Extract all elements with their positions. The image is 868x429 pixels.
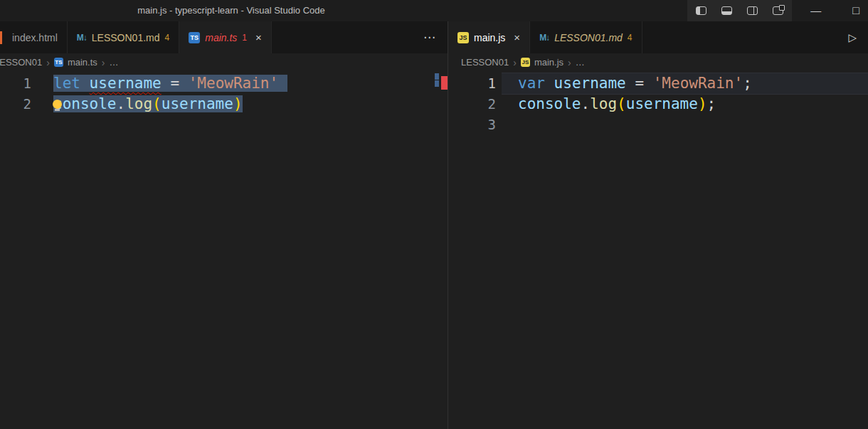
editor-area: index.html M↓ LESSON01.md 4 TS main.ts 1…: [0, 21, 868, 429]
code-token: .: [117, 95, 126, 112]
tab-bar-left: index.html M↓ LESSON01.md 4 TS main.ts 1…: [0, 21, 448, 53]
code-text: [502, 115, 868, 135]
line-number[interactable]: 1: [0, 73, 31, 94]
code-token: ): [233, 95, 243, 112]
customize-layout-icon[interactable]: [773, 6, 783, 15]
breadcrumb-right: LESSON01 › JS main.js › …: [448, 53, 868, 71]
code-token: [278, 75, 287, 92]
code-text: let username = 'MeowRain': [37, 73, 448, 94]
toggle-secondary-sidebar-icon[interactable]: [747, 6, 758, 15]
tab-label: main.js: [474, 32, 505, 43]
code-line[interactable]: 3: [448, 115, 868, 135]
problem-badge: 1: [242, 33, 247, 43]
javascript-icon: JS: [521, 58, 530, 67]
code-token: log: [590, 95, 617, 112]
code-editor-main-ts[interactable]: 1let username = 'MeowRain' 2console.log(…: [0, 71, 448, 429]
editor-group-left: index.html M↓ LESSON01.md 4 TS main.ts 1…: [0, 21, 448, 429]
more-actions-icon[interactable]: ⋯: [411, 30, 448, 45]
toggle-sidebar-icon[interactable]: [696, 6, 706, 15]
code-token: ): [698, 95, 707, 112]
tab-lesson01-md-left[interactable]: M↓ LESSON01.md 4: [68, 21, 179, 53]
breadcrumb-symbol[interactable]: …: [109, 57, 118, 68]
code-token: 'MeowRain': [653, 75, 743, 92]
code-token: var: [518, 75, 545, 92]
code-token: [644, 75, 653, 92]
markdown-icon: M↓: [77, 32, 87, 43]
error-overview-mark: [441, 76, 448, 90]
tab-label: main.ts: [205, 32, 237, 43]
problem-badge: 4: [165, 33, 170, 43]
code-token: console: [53, 95, 117, 112]
code-token: =: [170, 75, 179, 92]
code-token: 'MeowRain': [189, 75, 278, 92]
code-token: log: [125, 95, 152, 112]
window-title: main.js - typescript-learn - Visual Stud…: [137, 0, 325, 21]
code-token: let: [53, 75, 80, 92]
code-token: [162, 75, 171, 92]
code-token: console: [518, 95, 581, 112]
html-icon: [0, 31, 2, 44]
code-token: username: [554, 75, 626, 92]
toggle-panel-icon[interactable]: [721, 6, 732, 15]
typescript-icon: TS: [54, 58, 63, 67]
tab-label: index.html: [12, 32, 58, 43]
code-text: var username = 'MeowRain';: [502, 73, 868, 94]
breadcrumb-left: LESSON01 › TS main.ts › …: [0, 53, 448, 71]
run-file-icon[interactable]: ▷: [837, 31, 868, 44]
chevron-right-icon: ›: [46, 57, 50, 68]
code-text: console.log(username);: [502, 94, 868, 115]
code-line[interactable]: 2console.log(username): [0, 94, 448, 115]
code-token: ;: [707, 95, 716, 112]
close-icon[interactable]: ×: [255, 31, 262, 43]
code-line[interactable]: 1var username = 'MeowRain';: [448, 73, 868, 94]
line-number[interactable]: 2: [448, 94, 496, 115]
code-token: ;: [743, 75, 752, 92]
selection-overview-mark: [435, 73, 439, 80]
code-text: console.log(username): [37, 94, 448, 115]
code-token: [545, 75, 554, 92]
tab-index-html[interactable]: index.html: [0, 21, 68, 53]
code-token: [80, 75, 90, 92]
selection-overview-mark: [435, 80, 439, 87]
problem-badge: 4: [628, 33, 633, 43]
tab-main-ts[interactable]: TS main.ts 1 ×: [179, 21, 272, 53]
javascript-icon: JS: [457, 32, 469, 43]
minimize-button[interactable]: —: [810, 0, 821, 21]
line-number[interactable]: 2: [0, 94, 31, 115]
code-line[interactable]: 1let username = 'MeowRain': [0, 73, 448, 94]
tab-label: LESSON01.md: [554, 32, 623, 43]
code-token: username: [90, 75, 162, 92]
breadcrumb-file[interactable]: main.js: [534, 57, 563, 68]
typescript-icon: TS: [189, 32, 200, 43]
line-number[interactable]: 1: [448, 73, 496, 94]
maximize-button[interactable]: □: [852, 0, 859, 21]
code-token: .: [581, 95, 591, 112]
breadcrumb-symbol[interactable]: …: [576, 57, 585, 68]
breadcrumb-folder[interactable]: LESSON01: [461, 57, 509, 68]
code-line[interactable]: 2console.log(username);: [448, 94, 868, 115]
tab-bar-right: JS main.js × M↓ LESSON01.md 4 ▷: [448, 21, 868, 53]
markdown-icon: M↓: [539, 32, 549, 43]
code-token: =: [635, 75, 644, 92]
lightbulb-icon[interactable]: [53, 100, 62, 109]
layout-controls: [687, 0, 792, 21]
chevron-right-icon: ›: [513, 57, 517, 68]
close-icon[interactable]: ×: [514, 31, 520, 43]
editor-group-right: JS main.js × M↓ LESSON01.md 4 ▷ LESSON01…: [448, 21, 868, 429]
tab-lesson01-md-right[interactable]: M↓ LESSON01.md 4: [530, 21, 642, 53]
code-token: username: [162, 95, 233, 112]
line-number[interactable]: 3: [448, 115, 496, 135]
window-controls: — □: [687, 0, 868, 21]
code-editor-main-js[interactable]: 1var username = 'MeowRain';2console.log(…: [448, 71, 868, 429]
breadcrumb-folder[interactable]: LESSON01: [0, 57, 42, 68]
chevron-right-icon: ›: [102, 57, 105, 68]
code-token: (: [152, 95, 162, 112]
code-token: [179, 75, 189, 92]
code-token: [626, 75, 635, 92]
breadcrumb-file[interactable]: main.ts: [68, 57, 97, 68]
tab-main-js[interactable]: JS main.js ×: [448, 21, 530, 53]
code-token: (: [617, 95, 626, 112]
tab-label: LESSON01.md: [92, 32, 160, 43]
code-token: username: [626, 95, 698, 112]
chevron-right-icon: ›: [568, 57, 571, 68]
